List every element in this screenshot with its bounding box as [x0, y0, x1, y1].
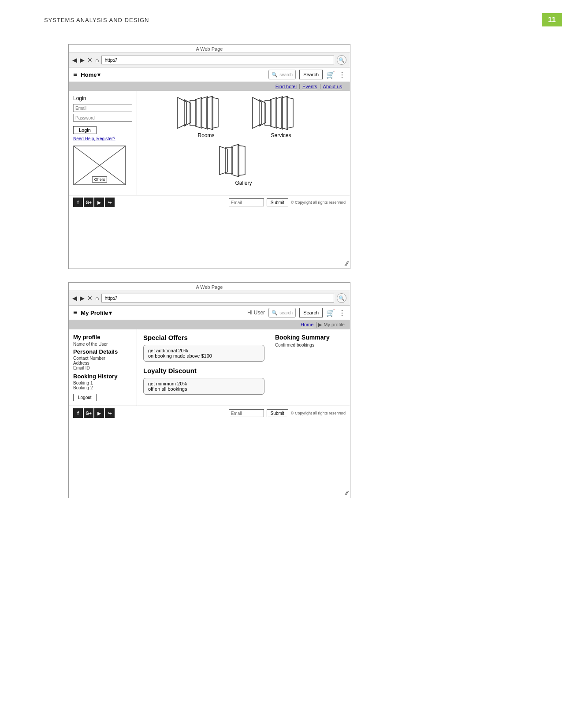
facebook-icon[interactable]: f	[73, 198, 83, 207]
more-icon-1[interactable]: ⋮	[339, 71, 346, 79]
nav-search-box-1: 🔍 search	[268, 70, 296, 79]
cart-icon-2[interactable]: 🛒	[326, 309, 335, 317]
browser-title-1: A Web Page	[69, 45, 350, 53]
home-btn[interactable]: ⌂	[95, 56, 99, 63]
gallery-fan-item: Gallery	[211, 143, 277, 186]
go-btn-2[interactable]: 🔍	[337, 293, 346, 303]
about-us-link[interactable]: About us	[320, 84, 345, 89]
rooms-fan-item: Rooms	[173, 95, 239, 138]
breadcrumb-home-link[interactable]: Home	[298, 322, 316, 328]
resize-handle-1[interactable]: ∕∕	[346, 260, 348, 267]
services-fan-svg	[248, 95, 314, 131]
gallery-row: Gallery	[141, 143, 346, 186]
nav-bar-2: ≡ My Profile ▾ Hi User 🔍 search Search 🛒…	[69, 306, 350, 320]
password-input[interactable]	[73, 114, 132, 122]
address-label: Address	[73, 361, 132, 366]
gallery-fan-svg	[211, 143, 277, 178]
nav-bar-1: ≡ Home ▾ 🔍 search Search 🛒 ⋮	[69, 67, 350, 82]
google-plus-icon[interactable]: G+	[84, 198, 93, 207]
browser-title-2: A Web Page	[69, 283, 350, 291]
profile-middle-content: Special Offers get additional 20% on boo…	[137, 329, 271, 406]
wireframe-1: A Web Page ◀ ▶ ✕ ⌂ 🔍 ≡ Home ▾ 🔍 search S…	[68, 44, 350, 269]
events-link[interactable]: Events	[300, 84, 320, 89]
search-placeholder-1: search	[279, 72, 293, 77]
secondary-nav-1: Find hotel Events About us	[69, 82, 350, 91]
go-btn-1[interactable]: 🔍	[337, 55, 346, 65]
services-fan-item: Services	[248, 95, 314, 138]
youtube-icon-2[interactable]: ▶	[94, 408, 104, 418]
search-button-2[interactable]: Search	[299, 308, 323, 317]
rooms-label: Rooms	[173, 132, 239, 138]
offer2-line1: get minimum 20%	[148, 381, 260, 386]
footer-submit-btn-2[interactable]: Submit	[267, 409, 288, 417]
offer-box-1: get additional 20% on booking made above…	[143, 345, 264, 362]
close-btn[interactable]: ✕	[87, 56, 93, 63]
forward-btn[interactable]: ▶	[80, 56, 85, 63]
profile-right-content: Booking Summary Confirmed bookings	[271, 329, 350, 406]
home-text: Home	[81, 71, 97, 78]
footer-email-input-1[interactable]	[229, 198, 264, 206]
right-content-1: Rooms Ser	[137, 91, 350, 195]
find-hotel-link[interactable]: Find hotel	[273, 84, 300, 89]
offer1-line2: on booking made above $100	[148, 353, 260, 358]
rooms-fan-svg	[173, 95, 239, 131]
page-number: 11	[542, 13, 562, 26]
url-bar-2[interactable]	[101, 294, 334, 302]
offers-label: Offers	[92, 176, 107, 183]
login-button[interactable]: Login	[73, 126, 97, 134]
search-icon-2: 🔍	[272, 310, 278, 316]
back-btn-2[interactable]: ◀	[72, 295, 77, 302]
url-bar-1[interactable]	[101, 56, 334, 64]
email-input[interactable]	[73, 104, 132, 112]
booking2-label: Booking 2	[73, 385, 132, 390]
search-button-1[interactable]: Search	[299, 70, 323, 79]
footer-social-icons-2: f G+ ▶ ↪	[73, 408, 115, 418]
footer-2: f G+ ▶ ↪ Submit © Copyright all rights r…	[69, 406, 350, 420]
facebook-icon-2[interactable]: f	[73, 408, 83, 418]
loyalty-discount-title: Loyalty Discount	[143, 367, 264, 374]
my-profile-text: My Profile	[81, 310, 108, 316]
footer-social-icons-1: f G+ ▶ ↪	[73, 198, 115, 207]
booking1-label: Booking 1	[73, 381, 132, 385]
footer-submit-btn-1[interactable]: Submit	[267, 198, 288, 206]
browser-toolbar-2: ◀ ▶ ✕ ⌂ 🔍	[69, 291, 350, 306]
offer2-line2: off on all bookings	[148, 386, 260, 392]
share-icon-2[interactable]: ↪	[105, 408, 115, 418]
my-profile-title: My profile	[73, 334, 132, 340]
close-btn-2[interactable]: ✕	[87, 295, 93, 302]
profile-sidebar: My profile Name of the User Personal Det…	[69, 329, 137, 406]
resize-handle-2[interactable]: ∕∕	[346, 489, 348, 497]
nav-search-box-2: 🔍 search	[268, 308, 296, 317]
wireframe-2: A Web Page ◀ ▶ ✕ ⌂ 🔍 ≡ My Profile ▾ Hi U…	[68, 282, 350, 498]
footer-copyright-2: © Copyright all rights reserverd	[291, 411, 346, 415]
back-btn[interactable]: ◀	[72, 56, 77, 63]
footer-email-input-2[interactable]	[229, 409, 264, 417]
home-nav-label[interactable]: Home ▾	[81, 71, 100, 78]
main-content-1: Login Login Need Help, Register? Offers	[69, 91, 350, 195]
share-icon[interactable]: ↪	[105, 198, 115, 207]
personal-details-title: Personal Details	[73, 348, 132, 355]
login-title: Login	[73, 95, 132, 101]
google-plus-icon-2[interactable]: G+	[84, 408, 93, 418]
youtube-icon[interactable]: ▶	[94, 198, 104, 207]
document-heading: SYSTEMS ANALYSIS AND DESIGN	[44, 17, 149, 23]
contact-number-label: Contact Number	[73, 356, 132, 361]
forward-btn-2[interactable]: ▶	[80, 295, 85, 302]
hi-user-label: Hi User	[247, 310, 265, 316]
hamburger-icon-2[interactable]: ≡	[73, 309, 77, 317]
help-register-link[interactable]: Need Help, Register?	[73, 136, 115, 141]
hamburger-icon-1[interactable]: ≡	[73, 71, 77, 78]
footer-copyright-1: © Copyright all rights reserverd	[291, 200, 346, 205]
offers-image-placeholder: Offers	[73, 146, 126, 185]
logout-button[interactable]: Logout	[73, 394, 97, 401]
services-label: Services	[248, 132, 314, 138]
breadcrumb-separator: ▶	[316, 322, 324, 328]
footer-1: f G+ ▶ ↪ Submit © Copyright all rights r…	[69, 195, 350, 209]
my-profile-nav-label[interactable]: My Profile ▾	[81, 310, 112, 316]
browser-toolbar-1: ◀ ▶ ✕ ⌂ 🔍	[69, 53, 350, 67]
cart-icon-1[interactable]: 🛒	[326, 71, 335, 79]
gallery-label: Gallery	[211, 180, 277, 186]
home-btn-2[interactable]: ⌂	[95, 295, 99, 302]
more-icon-2[interactable]: ⋮	[339, 309, 346, 317]
booking-summary-title: Booking Summary	[275, 334, 346, 341]
